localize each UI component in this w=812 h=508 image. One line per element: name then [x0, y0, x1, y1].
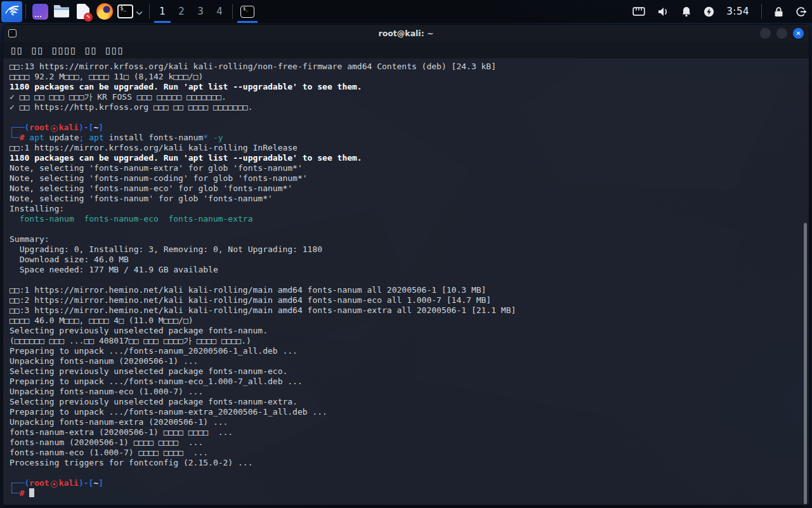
network-port-icon[interactable] — [632, 6, 645, 17]
menu-item[interactable]: ▯▯▯▯ — [52, 45, 77, 55]
title-bar[interactable]: - root@kali: ~ ✕ — [3, 25, 809, 42]
workspace-4[interactable]: 4 — [210, 0, 229, 23]
document-icon: ✎ — [77, 4, 89, 19]
window-title: root@kali: ~ — [3, 29, 809, 38]
launcher-terminal[interactable]: $_ — [115, 1, 134, 22]
panel-separator — [232, 4, 233, 19]
firefox-icon — [96, 3, 113, 20]
terminal-window: - root@kali: ~ ✕ ▯▯▯▯▯▯▯▯▯▯▯▯▯ □□:13 htt… — [3, 24, 809, 505]
kali-dragon-icon — [4, 2, 20, 21]
clock[interactable]: 3:54 — [726, 6, 749, 17]
desktop-settings-icon — [32, 4, 48, 20]
folder-icon — [53, 3, 70, 20]
pencil-badge-icon: ✎ — [84, 13, 93, 22]
workspace-3[interactable]: 3 — [191, 0, 210, 23]
workspace-2[interactable]: 2 — [172, 0, 191, 23]
menu-item[interactable]: ▯▯ — [85, 45, 97, 55]
notification-bell-icon[interactable] — [681, 6, 691, 17]
panel-separator — [149, 4, 150, 19]
workspace-1[interactable]: 1 — [153, 0, 172, 23]
close-button[interactable]: ✕ — [793, 28, 804, 39]
terminal-icon: $_ — [117, 4, 133, 18]
workspace-switcher: 1234 — [153, 0, 229, 23]
system-tray: 3:54 — [632, 4, 807, 19]
window-list-button-terminal[interactable]: $_ — [236, 0, 259, 23]
kali-menu-button[interactable] — [1, 1, 22, 22]
chevron-down-icon[interactable] — [136, 6, 143, 18]
menu-item[interactable]: ▯▯ — [31, 45, 43, 55]
menu-item[interactable]: ▯▯▯ — [105, 45, 124, 55]
terminal-output[interactable]: □□:13 https://mirror.krfoss.org/kali kal… — [3, 58, 809, 505]
maximize-button[interactable] — [776, 28, 787, 39]
menu-bar: ▯▯▯▯▯▯▯▯▯▯▯▯▯ — [3, 42, 809, 58]
launcher-text-editor[interactable]: ✎ — [72, 1, 94, 22]
terminal-icon: $_ — [240, 6, 254, 18]
volume-icon[interactable] — [657, 6, 669, 17]
top-panel: ✎ $_ 1234 $_ — [0, 0, 812, 23]
panel-separator — [25, 4, 26, 19]
lock-icon[interactable] — [774, 6, 783, 17]
launcher-desktop-settings[interactable] — [29, 1, 51, 22]
scrollbar-thumb[interactable] — [804, 223, 807, 504]
minimize-button[interactable] — [760, 28, 771, 39]
panel-separator — [761, 4, 762, 19]
menu-item[interactable]: ▯▯ — [11, 45, 23, 55]
logout-icon[interactable] — [796, 6, 807, 17]
power-bolt-icon[interactable] — [704, 6, 714, 17]
launcher-firefox[interactable] — [94, 1, 115, 22]
launcher-file-manager[interactable] — [51, 1, 72, 22]
